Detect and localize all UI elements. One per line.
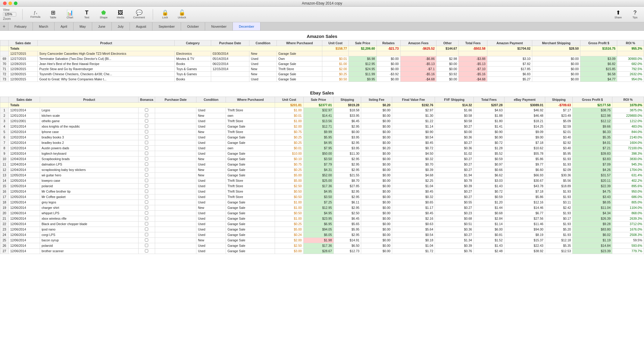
media-icon: 🖼	[118, 10, 123, 15]
table-row: 1 12/01/2014 Legos Used Thrift Store $1.…	[0, 107, 644, 113]
bonanza-check[interactable]	[145, 108, 148, 112]
lock-button[interactable]: 🔒 Lock	[159, 9, 171, 20]
title-bar: Amazon-Ebay 2014 copy	[0, 0, 644, 7]
tab-april[interactable]: April	[55, 22, 73, 30]
formula-icon: ƒx	[34, 11, 37, 15]
bonanza-check[interactable]	[145, 200, 148, 204]
ebay-col-salesdate: Sales date	[9, 97, 40, 102]
ebay-totals-row: Totals $201.81 $2377.01 $919.28 $0.20 $1…	[0, 102, 644, 107]
bonanza-check[interactable]	[145, 157, 148, 160]
shape-button[interactable]: ⬟ Shape	[98, 9, 110, 20]
share-button[interactable]: ⬆ Share	[612, 9, 624, 20]
ebay-totals-label: Totals	[9, 102, 275, 107]
tab-august[interactable]: August	[130, 22, 152, 30]
amazon-col-unitcost: Unit Cost	[322, 40, 349, 46]
tab-june[interactable]: June	[92, 22, 112, 30]
bonanza-check[interactable]	[145, 130, 148, 133]
spacer	[0, 82, 644, 87]
table-row: 19 12/06/2014 charger shirt New Garage S…	[0, 205, 644, 210]
spreadsheet-area[interactable]: Amazon Sales Sales date Product Category…	[0, 31, 644, 347]
bonanza-check[interactable]	[145, 152, 148, 155]
bonanza-check[interactable]	[145, 195, 148, 198]
amazon-total-totalfee: -$502.58	[459, 46, 487, 51]
amazon-table: Sales date Product Category Purchase Dat…	[0, 40, 644, 87]
add-sheet-button[interactable]: +	[0, 22, 8, 30]
bonanza-check[interactable]	[145, 163, 148, 166]
bonanza-check[interactable]	[145, 184, 148, 187]
view-zoom-group: View 125% 100% 150% Zoom	[3, 8, 16, 20]
media-button[interactable]: 🖼 Media	[114, 9, 127, 20]
amazon-col-salesdate: Sales date	[9, 40, 38, 46]
formula-button[interactable]: ƒx Formula	[29, 10, 42, 19]
amazon-total-shipping: $28.50	[532, 46, 580, 51]
bonanza-check[interactable]	[145, 119, 148, 122]
bonanza-check[interactable]	[145, 114, 148, 117]
text-label: Text	[84, 16, 89, 19]
window-controls[interactable]	[3, 2, 17, 5]
table-row: 72 12/30/2015 Toysmith Chinese Checkers,…	[0, 72, 644, 77]
amazon-totals-row: Totals $158.77 $2,206.60 -$21.73 -$625.5…	[0, 46, 644, 51]
bonanza-check[interactable]	[145, 125, 148, 128]
tips-button[interactable]: ? Tips	[629, 9, 641, 20]
zoom-select[interactable]: 125% 100% 150%	[3, 12, 16, 17]
comment-button[interactable]: 💬 Comment	[131, 9, 147, 20]
amazon-total-unit: $158.77	[322, 46, 349, 51]
tab-november[interactable]: November	[205, 22, 233, 30]
bonanza-check[interactable]	[145, 190, 148, 193]
ebay-col-roi: ROI %	[612, 97, 644, 102]
amazon-header-row: Sales date Product Category Purchase Dat…	[0, 40, 644, 46]
chart-button[interactable]: 📊 Chart	[64, 9, 76, 20]
ebay-col-bonanza: Bonanza	[139, 97, 155, 102]
formula-label: Formula	[30, 15, 40, 18]
amazon-total-gross: $1516.75	[580, 46, 617, 51]
bonanza-check[interactable]	[145, 173, 148, 177]
bonanza-check[interactable]	[145, 206, 148, 209]
bonanza-check[interactable]	[145, 233, 148, 236]
bonanza-check[interactable]	[145, 244, 148, 247]
bonanza-check[interactable]	[145, 249, 148, 253]
tab-febuary[interactable]: Febuary	[8, 22, 33, 30]
bonanza-check[interactable]	[145, 135, 148, 139]
tab-may[interactable]: May	[73, 22, 92, 30]
tab-october[interactable]: October	[181, 22, 205, 30]
tab-december[interactable]: December	[233, 22, 261, 30]
bonanza-check[interactable]	[145, 179, 148, 182]
amazon-col-condition: Condition	[249, 40, 277, 46]
bonanza-check[interactable]	[145, 146, 148, 150]
unlock-button[interactable]: 🔓 Unlock	[176, 9, 188, 20]
close-button[interactable]	[3, 2, 7, 5]
table-row: 20 12/06/2014 whippet LPS Used Garage Sa…	[0, 210, 644, 216]
ebay-col-gross: Gross Profit $	[573, 97, 612, 102]
amazon-col-rownum	[0, 40, 9, 46]
maximize-button[interactable]	[14, 2, 17, 5]
bonanza-check[interactable]	[145, 141, 148, 144]
ebay-section-title: Ebay Sales	[0, 87, 644, 97]
bonanza-check[interactable]	[145, 168, 148, 171]
shape-icon: ⬟	[101, 10, 106, 15]
table-row: 6 12/02/2014 bradley books 3 Used Garage…	[0, 135, 644, 140]
table-row: 10 12/04/2014 Scrapbooking brads New Gar…	[0, 156, 644, 162]
table-button[interactable]: ⊞ Table	[47, 9, 59, 20]
share-icon: ⬆	[616, 10, 621, 15]
table-row: 13 12/05/2014 wii guitar hero New Garage…	[0, 172, 644, 178]
table-row: 22 12/06/2014 Black and Decker chopper b…	[0, 221, 644, 227]
tab-july[interactable]: July	[112, 22, 130, 30]
window-title: Amazon-Ebay 2014 copy	[302, 1, 342, 5]
tab-march[interactable]: March	[33, 22, 55, 30]
ebay-col-fvfship: FVF Shipping	[435, 97, 474, 102]
bonanza-check[interactable]	[145, 217, 148, 220]
table-row: 11 12/04/2014 dalmation LPS Used Garage …	[0, 162, 644, 167]
tab-september[interactable]: September	[152, 22, 181, 30]
tips-icon: ?	[633, 10, 636, 15]
table-row: 69 12/27/2015 Terminator Salvation (Two-…	[0, 56, 644, 61]
share-label: Share	[614, 16, 622, 19]
minimize-button[interactable]	[8, 2, 12, 5]
table-label: Table	[50, 16, 56, 19]
table-row: 16 12/05/2014 Mr Coffee brother tip Used…	[0, 189, 644, 194]
bonanza-check[interactable]	[145, 222, 148, 225]
bonanza-check[interactable]	[145, 228, 148, 231]
amazon-totals-label: Totals	[9, 46, 322, 51]
text-button[interactable]: T Text	[81, 9, 93, 20]
bonanza-check[interactable]	[145, 238, 148, 242]
bonanza-check[interactable]	[145, 211, 148, 215]
